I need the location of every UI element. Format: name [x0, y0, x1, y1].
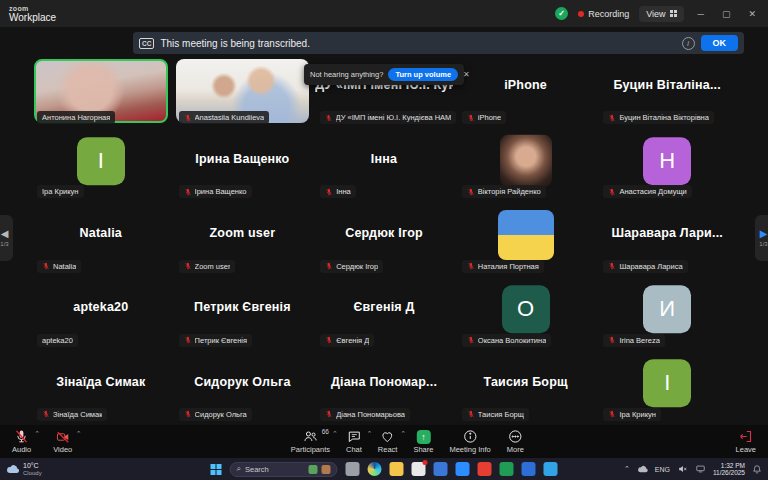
app-icon-photos[interactable]: [434, 462, 448, 476]
muted-mic-icon: [467, 410, 475, 418]
participant-tile[interactable]: Zoom userZoom user: [174, 205, 312, 274]
page-indicator-left: 1/3: [0, 241, 8, 247]
more-icon: [508, 429, 523, 444]
maximize-button[interactable]: ▢: [718, 9, 735, 19]
info-button[interactable]: Meeting Info: [449, 429, 490, 454]
participant-name-label: Наталия Портная: [462, 260, 544, 273]
participant-tile[interactable]: apteka20apteka20: [32, 280, 170, 349]
participant-display-name: iPhone: [457, 78, 595, 92]
popup-close-icon[interactable]: ✕: [463, 70, 470, 79]
participants-count: 66: [322, 428, 329, 435]
participant-name-label: Сердюк Ігор: [320, 260, 383, 273]
share-button[interactable]: ↑Share: [413, 429, 433, 454]
participant-tile[interactable]: Буцин Віталіна...Буцин Віталіна Вікторів…: [598, 57, 736, 126]
prev-page-button[interactable]: ◀ 1/3: [0, 215, 13, 261]
participant-tile[interactable]: Ірина ВащенкоІрина Ващенко: [174, 131, 312, 200]
chevron-up-icon[interactable]: ⌃: [400, 430, 406, 438]
start-button[interactable]: [211, 464, 222, 475]
recording-indicator[interactable]: Recording: [578, 9, 629, 19]
participants-button[interactable]: 66⌃Participants: [291, 429, 330, 454]
participant-tile[interactable]: Зінаїда СимакЗінаїда Симак: [32, 354, 170, 423]
participant-tile[interactable]: Євгенія ДЄвгенія Д: [315, 280, 453, 349]
participant-name-label: Євгенія Д: [320, 334, 374, 347]
participant-tile[interactable]: Сидорук ОльгаСидорук Ольга: [174, 354, 312, 423]
participant-tile[interactable]: НАнастасия Домущи: [598, 131, 736, 200]
audio-button[interactable]: ⌃Audio: [12, 429, 31, 454]
app-icon-teams[interactable]: [544, 462, 558, 476]
participant-name-label: Іра Крикун: [603, 408, 661, 421]
participant-tile[interactable]: ІннаІнна: [315, 131, 453, 200]
info-icon[interactable]: i: [682, 37, 695, 50]
search-doodle-icon: [322, 465, 331, 474]
app-icon-word[interactable]: [522, 462, 536, 476]
muted-mic-icon: [325, 336, 333, 344]
search-icon: ⌕: [237, 464, 241, 474]
participant-name-label: Діана Пономарьова: [320, 408, 410, 421]
chevron-up-icon[interactable]: ⌃: [332, 430, 338, 438]
participant-name-label: Irina Bereza: [603, 334, 664, 347]
react-button[interactable]: ⌃React: [378, 429, 398, 454]
participants-icon: [303, 429, 318, 444]
video-button[interactable]: ⌃Video: [53, 429, 72, 454]
participants-label: Participants: [291, 445, 330, 454]
app-icon-excel[interactable]: [500, 462, 514, 476]
notification-bell-icon[interactable]: [752, 464, 762, 475]
minimize-button[interactable]: ─: [694, 9, 708, 19]
notification-badge: [423, 460, 428, 465]
participant-tile[interactable]: ІІра Крикун: [32, 131, 170, 200]
participant-tile[interactable]: Діана Пономар...Діана Пономарьова: [315, 354, 453, 423]
muted-mic-icon: [42, 410, 50, 418]
more-button[interactable]: More: [507, 429, 524, 454]
network-icon[interactable]: [695, 464, 706, 474]
muted-mic-icon: [467, 336, 475, 344]
participant-name-label: Інна: [320, 185, 356, 198]
participant-tile[interactable]: Сердюк ІгорСердюк Ігор: [315, 205, 453, 274]
participant-tile[interactable]: Anastasiia Kundiieva: [174, 57, 312, 126]
hidden-icons-chevron[interactable]: ⌃: [624, 465, 630, 473]
app-icon-security[interactable]: [478, 462, 492, 476]
participant-tile[interactable]: ИIrina Bereza: [598, 280, 736, 349]
view-button[interactable]: View: [639, 6, 683, 22]
onedrive-icon[interactable]: [637, 465, 648, 473]
taskbar-clock[interactable]: 1:32 PM 11/26/2025: [713, 462, 745, 477]
participant-tile[interactable]: iPhoneiPhone: [457, 57, 595, 126]
participant-tile[interactable]: Петрик ЄвгеніяПетрик Євгенія: [174, 280, 312, 349]
search-input[interactable]: ⌕ Search: [230, 462, 338, 477]
muted-mic-icon: [184, 410, 192, 418]
participant-tile[interactable]: Вікторія Райденко: [457, 131, 595, 200]
participant-name-label: Буцин Віталіна Вікторівна: [603, 111, 714, 124]
volume-muted-icon[interactable]: [677, 464, 688, 474]
participant-name-label: iPhone: [462, 111, 506, 124]
participant-tile[interactable]: Наталия Портная: [457, 205, 595, 274]
security-shield-icon[interactable]: ✓: [555, 7, 568, 20]
participant-tile[interactable]: Таисия БорщТаисия Борщ: [457, 354, 595, 423]
app-icon-edge[interactable]: [368, 462, 382, 476]
app-icon-widgets[interactable]: [346, 462, 360, 476]
next-page-button[interactable]: ▶ 1/3: [755, 215, 768, 261]
participant-display-name: apteka20: [32, 300, 170, 314]
close-button[interactable]: ✕: [744, 9, 760, 19]
app-icon-folder[interactable]: [390, 462, 404, 476]
weather-widget[interactable]: 10°C Cloudy: [6, 462, 42, 476]
participant-display-name: Ірина Ващенко: [174, 152, 312, 166]
participant-tile[interactable]: Антонина Нагорная: [32, 57, 170, 126]
turn-up-volume-button[interactable]: Turn up volume: [388, 68, 458, 81]
participant-name-label: Таисия Борщ: [462, 408, 529, 421]
participant-display-name: Інна: [315, 152, 453, 166]
chevron-up-icon[interactable]: ⌃: [76, 430, 82, 438]
app-icon-zoom[interactable]: [456, 462, 470, 476]
leave-button[interactable]: Leave: [736, 429, 756, 454]
chevron-up-icon[interactable]: ⌃: [34, 430, 40, 438]
participant-tile[interactable]: Шаравара Лари...Шаравара Лариса: [598, 205, 736, 274]
chat-button[interactable]: ⌃Chat: [346, 429, 362, 454]
chevron-up-icon[interactable]: ⌃: [367, 430, 373, 438]
participant-tile[interactable]: ІІра Крикун: [598, 354, 736, 423]
participant-tile[interactable]: ООксана Волокитина: [457, 280, 595, 349]
participant-tile[interactable]: NataliaNatalia: [32, 205, 170, 274]
ok-button[interactable]: OK: [701, 35, 739, 51]
language-indicator[interactable]: ENG: [655, 466, 670, 473]
cloud-icon: [6, 464, 19, 474]
app-icon-mail[interactable]: [412, 462, 426, 476]
participant-display-name: Сидорук Ольга: [174, 375, 312, 389]
ukraine-flag-avatar: [498, 210, 554, 260]
